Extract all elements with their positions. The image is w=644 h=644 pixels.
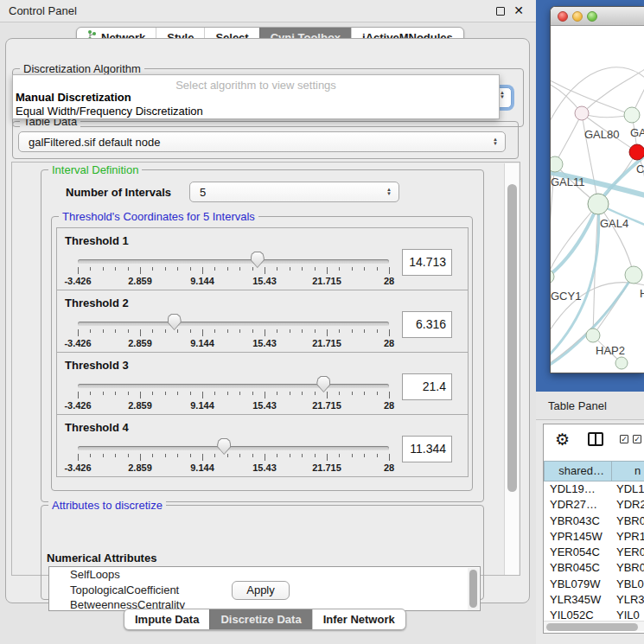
table-toolbar: ⚙ ✓ ✓ <box>544 424 644 459</box>
table-row[interactable]: YER054CYER0 <box>544 545 644 560</box>
tab-discretize-data[interactable]: Discretize Data <box>209 609 311 629</box>
tick-label: -3.426 <box>64 338 91 348</box>
panel-scrollbar[interactable] <box>504 163 519 575</box>
threshold-value-field[interactable]: 14.713 <box>402 249 452 276</box>
split-panel-icon[interactable] <box>588 432 603 446</box>
tick-mark <box>265 267 265 274</box>
network-edge <box>551 204 598 278</box>
network-node[interactable] <box>624 107 640 123</box>
slider-tick-labels: -3.4262.8599.14415.4321.71528 <box>78 276 389 286</box>
tick-mark <box>78 329 79 336</box>
table-row[interactable]: YBL079WYBL0 <box>544 577 644 592</box>
select-all-icon[interactable]: ✓ <box>633 435 641 443</box>
table-row[interactable]: YPR145WYPR1 <box>544 529 644 545</box>
table-data-combobox[interactable]: galFiltered.sif default node ▲▼ <box>18 131 506 152</box>
node-label: GAL80 <box>584 128 619 141</box>
threshold-slider-track[interactable] <box>78 259 389 264</box>
close-traffic-light-icon[interactable] <box>558 11 568 22</box>
table-hscrollbar-thumb[interactable] <box>546 623 638 631</box>
threshold-value-field[interactable]: 6.316 <box>402 311 452 338</box>
table-column-header[interactable]: n <box>612 461 644 481</box>
table-cell: YIL052C <box>544 608 612 620</box>
network-node[interactable] <box>629 144 644 160</box>
tick-mark <box>227 267 228 271</box>
select-columns-icon[interactable]: ✓ <box>620 435 628 443</box>
network-node[interactable] <box>588 194 609 214</box>
tick-mark <box>177 267 178 271</box>
tab-infer-network[interactable]: Infer Network <box>312 609 405 629</box>
tick-mark <box>152 267 153 271</box>
attribute-list-item[interactable]: SelfLoops <box>49 567 480 583</box>
float-window-icon[interactable] <box>496 7 505 16</box>
attributes-scrollbar[interactable] <box>468 568 479 611</box>
close-icon[interactable]: ✕ <box>513 3 524 17</box>
threshold-slider-thumb[interactable] <box>251 252 265 268</box>
apply-button[interactable]: Apply <box>232 581 290 600</box>
network-node[interactable] <box>615 357 628 369</box>
threshold-slider-track[interactable] <box>78 446 389 450</box>
table-row[interactable]: YBR045CYBR0 <box>544 560 644 576</box>
number-of-intervals-spinner[interactable]: 5 ▲▼ <box>189 182 399 202</box>
tick-mark <box>252 267 253 271</box>
network-node[interactable] <box>625 266 642 284</box>
tick-mark <box>389 454 390 461</box>
threshold-slider-thumb[interactable] <box>316 376 330 392</box>
threshold-slider-thumb[interactable] <box>168 314 182 330</box>
tick-label: 28 <box>384 462 394 473</box>
threshold-slider-track[interactable] <box>78 384 389 388</box>
algorithm-option[interactable]: Equal Width/Frequency Discretization <box>16 105 203 118</box>
tick-label: 21.715 <box>312 400 341 411</box>
table-hscrollbar[interactable] <box>544 621 644 631</box>
network-canvas[interactable]: GAL80GACGAL11GAL4GCY1HHAP2 <box>551 26 644 373</box>
threshold-slider-thumb[interactable] <box>217 438 231 455</box>
table-cell: YDL1 <box>612 481 644 497</box>
table-cell: YPR1 <box>612 529 644 545</box>
table-row[interactable]: YIL052CYIL0 <box>544 608 644 620</box>
threshold-value-field[interactable]: 11.344 <box>402 436 452 462</box>
tick-mark <box>165 329 166 333</box>
tick-mark <box>327 329 328 336</box>
threshold-panel: Threshold 4-3.4262.8599.14415.4321.71528… <box>56 414 469 477</box>
attributes-scrollbar-thumb[interactable] <box>469 570 477 608</box>
tick-label: 15.43 <box>252 462 277 473</box>
tick-mark <box>177 392 178 395</box>
algorithm-option[interactable]: Manual Discretization <box>16 91 131 104</box>
tick-mark <box>339 392 340 395</box>
zoom-traffic-light-icon[interactable] <box>587 11 597 22</box>
threshold-slider-track[interactable] <box>78 322 389 326</box>
table-row[interactable]: YDR27…YDR2 <box>544 497 644 513</box>
tab-impute-data[interactable]: Impute Data <box>124 609 209 629</box>
table-cell: YDR2 <box>612 497 644 513</box>
gear-icon[interactable]: ⚙ <box>555 430 570 450</box>
threshold-value-field[interactable]: 21.4 <box>402 373 452 400</box>
table-row[interactable]: YLR345WYLR3 <box>544 592 644 608</box>
network-view-window[interactable]: GAL80GACGAL11GAL4GCY1HHAP2 <box>550 6 644 373</box>
minimize-traffic-light-icon[interactable] <box>572 11 583 22</box>
tick-mark <box>389 329 390 336</box>
network-graph[interactable]: GAL80GACGAL11GAL4GCY1HHAP2 <box>551 26 644 373</box>
panel-scrollbar-thumb[interactable] <box>507 184 517 492</box>
network-edge <box>551 78 632 115</box>
table-row[interactable]: YDL19…YDL1 <box>544 481 644 497</box>
network-node[interactable] <box>575 106 589 120</box>
network-node[interactable] <box>551 156 563 172</box>
tick-label: 28 <box>384 338 394 348</box>
tick-mark <box>214 329 215 333</box>
tick-mark <box>140 329 141 336</box>
right-column: GAL80GACGAL11GAL4GCY1HHAP2 Table Panel ⚙… <box>536 0 644 644</box>
network-node[interactable] <box>586 328 600 342</box>
tick-label: 9.144 <box>190 462 214 473</box>
interval-definition-title: Interval Definition <box>48 163 142 176</box>
tick-mark <box>140 267 141 274</box>
table-column-header[interactable]: shared… <box>544 461 612 481</box>
table-row[interactable]: YBR043CYBR0 <box>544 513 644 529</box>
node-label: GCY1 <box>551 290 581 303</box>
tab-label: Discretize Data <box>220 609 301 630</box>
tick-label: 2.859 <box>128 276 152 286</box>
tick-mark <box>103 267 104 271</box>
tab-label: Impute Data <box>135 609 199 630</box>
tick-label: 9.144 <box>190 400 214 411</box>
table-cell: YBR045C <box>544 560 612 576</box>
slider-thumb-face <box>218 439 230 454</box>
node-attribute-table: ⚙ ✓ ✓ shared…n YDL19…YDL1YDR27…YDR2YBR04… <box>543 424 644 634</box>
